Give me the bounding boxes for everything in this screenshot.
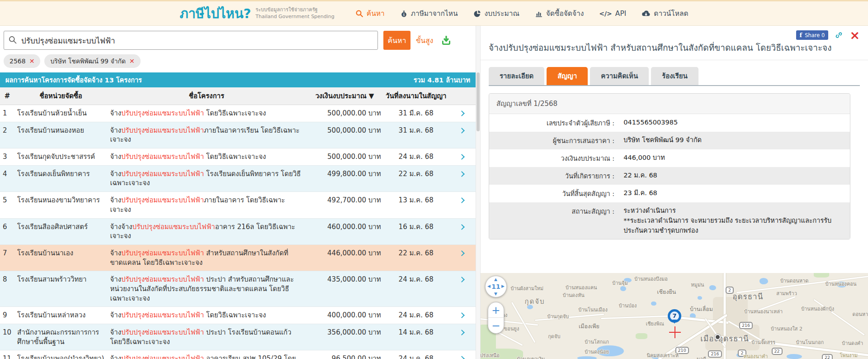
advanced-search-link[interactable]: ขั้นสูง [416,35,433,46]
row-number: 1 [0,105,14,122]
results-count-label: ผลการค้นหาโครงการจัดซื้อจัดจ้าง 13 โครงก… [5,75,142,85]
row-open-button[interactable] [448,307,476,324]
table-row[interactable]: 7 โรงเรียนบ้านนาเอง จ้างปรับปรุงซ่อมแซมร… [0,244,476,271]
chevron-right-icon [459,250,465,256]
row-number: 6 [0,218,14,244]
search-button[interactable]: ค้นหา [383,31,410,50]
location-map[interactable]: 221621021622222 บ้านหนองบึงมอบ้านจุ้มหมู… [481,273,868,359]
row-open-button[interactable] [448,324,476,350]
map-place-label: บ้านผังสามใหม่ [511,284,544,292]
map-green-area [636,333,647,339]
close-icon[interactable]: × [849,31,860,40]
contract-card: สัญญาเลขที่ 1/2568 เลขประจำตัวผู้เสียภาษ… [489,93,850,239]
zoom-in-button[interactable]: + [488,302,504,318]
zoom-out-button[interactable]: − [488,318,504,333]
tab-details[interactable]: รายละเอียด [489,67,544,85]
scrollbar-thumb[interactable] [476,72,480,131]
row-agency: โรงเรียนบ้านนาเอง [14,244,107,271]
row-open-button[interactable] [448,165,476,191]
nav-item-label: ภาษีมาจากไหน [411,8,458,19]
app: ภาษีไปไหน? ระบบข้อมูลการใช้จ่ายภาครัฐ Th… [0,0,868,359]
remove-filter-icon[interactable]: ✕ [29,57,35,65]
detail-title: จ้างปรับปรุงซ่อมแซมระบบไฟฟ้า สำหรับสถานศ… [481,40,868,60]
nav-item-download[interactable]: ดาวน์โหลด [642,8,688,19]
col-header-budget-sort[interactable]: วงเงินงบประมาณ ▼ [306,87,383,105]
facebook-share-button[interactable]: f Share 0 [796,30,829,40]
row-budget: 356,000.00 บาท [306,324,383,350]
table-row[interactable]: 3 โรงเรียนกุดจับประชาสรรค์ จ้างปรับปรุงซ… [0,148,476,166]
row-date: 24 ม.ค. 68 [384,307,448,324]
map-marker-7[interactable]: 7 [668,309,681,323]
nav-item-budget[interactable]: งบประมาณ [473,8,519,19]
contract-field-budget: วงเงินงบประมาณ : 446,000 บาท [489,149,850,167]
copy-link-icon[interactable] [835,31,843,39]
row-open-button[interactable] [448,271,476,307]
tab-complaints[interactable]: ร้องเรียน [651,67,698,85]
row-number: 8 [0,271,14,307]
row-budget: 499,800.00 บาท [306,165,383,191]
map-zoom-control: + − [488,302,504,334]
remove-filter-icon[interactable]: ✕ [129,57,135,65]
row-date: 22 ม.ค. 68 [384,165,448,191]
table-row[interactable]: 4 โรงเรียนดงเย็นพิทยาคาร จ้างปรับปรุงซ่อ… [0,165,476,191]
contract-status-value: ระหว่างดำเนินการ [623,206,844,216]
map-road [535,313,604,321]
row-open-button[interactable] [448,122,476,148]
row-project: จ้างปรับปรุงซ่อมแซมระบบไฟฟ้า โดยวิธีเฉพา… [107,307,306,324]
row-agency: โรงเรียนสีออศิลปศาสตร์ [14,218,107,244]
row-date: 13 ม.ค. 68 [384,192,448,218]
filter-chip-company[interactable]: บริษัท โชคพิพัฒน์ 99 จำกัด ✕ [44,54,140,68]
map-pan-control[interactable]: ▲ ▼ ◀ ▶ 11 [485,276,507,297]
row-open-button[interactable] [448,105,476,122]
row-open-button[interactable] [448,148,476,166]
map-zoom-level: 11 [486,283,506,290]
row-open-button[interactable] [448,244,476,271]
table-row[interactable]: 1 โรงเรียนบ้านห้วยน้ำเย็น จ้างปรับปรุงซ่… [0,105,476,122]
search-box [4,31,378,50]
pie-chart-icon [473,10,481,18]
search-input[interactable] [4,31,378,50]
row-open-button[interactable] [448,218,476,244]
map-place-label: บ้านหนองแคน [566,283,597,292]
map-place-label: นิคมสงเคราะห์ [646,351,679,359]
contract-field-winner: ผู้ชนะการเสนอราคา : บริษัท โชคพิพัฒน์ 99… [489,132,850,149]
nav-item-procurement[interactable]: จัดซื้อจัดจ้าง [535,8,584,19]
pan-up-icon[interactable]: ▲ [494,277,497,282]
tab-comments[interactable]: ความคิดเห็น [590,67,649,85]
table-row[interactable]: 6 โรงเรียนสีออศิลปศาสตร์ จ้างจ้างปรับปรุ… [0,218,476,244]
row-budget: 435,000.00 บาท [306,271,383,307]
col-header-date[interactable]: วันที่ลงนามในสัญญา [384,87,448,105]
pan-down-icon[interactable]: ▼ [494,292,497,296]
table-row[interactable]: 10 สำนักงานคณะกรรมการการศึกษาขั้นพื้นฐาน… [0,324,476,350]
row-budget: 96,500.00 บาท [306,350,383,359]
nav-item-label: ค้นหา [367,8,385,19]
table-row[interactable]: 8 โรงเรียนสามพร้าววิทยา จ้างปรับปรุงซ่อม… [0,271,476,307]
brand[interactable]: ภาษีไปไหน? ระบบข้อมูลการใช้จ่ายภาครัฐ Th… [179,3,334,24]
nav-item-search[interactable]: ค้นหา [355,8,385,19]
download-results-icon[interactable] [440,34,452,46]
row-budget: 492,700.00 บาท [306,192,383,218]
app-subtitle: ระบบข้อมูลการใช้จ่ายภาครัฐ Thailand Gove… [255,7,335,20]
map-place-label: บ้านเลื่อม [690,305,713,314]
app-logo[interactable]: ภาษีไปไหน? [179,3,251,24]
main-content: ค้นหา ขั้นสูง 2568 ✕ บริษัท โชคพิพัฒน์ 9… [0,26,868,359]
contract-field-status: สถานะสัญญา : ระหว่างดำเนินการ **ระยะเวลา… [489,202,850,239]
row-open-button[interactable] [448,350,476,359]
row-number: 7 [0,244,14,271]
row-project: จ้างปรับปรุงซ่อมแซมระบบไฟฟ้า โดยวิธีเฉพา… [107,105,306,122]
nav-item-tax-source[interactable]: $ ภาษีมาจากไหน [400,8,458,19]
chevron-right-icon [459,128,465,134]
row-agency: โรงเรียนบ้านห้วยน้ำเย็น [14,105,107,122]
results-table-wrap: # ชื่อหน่วยจัดซื้อ ชื่อโครงการ วงเงินงบป… [0,87,476,359]
row-open-button[interactable] [448,192,476,218]
table-row[interactable]: 2 โรงเรียนบ้านหนองหอย จ้างปรับปรุงซ่อมแซ… [0,122,476,148]
nav-item-api[interactable]: </> API [599,10,626,18]
chevron-right-icon [459,154,465,160]
table-row[interactable]: 5 โรงเรียนหนองขามวิทยาคาร จ้างปรับปรุงซ่… [0,192,476,218]
table-row[interactable]: 9 โรงเรียนบ้านเหล่าหลวง จ้างปรับปรุงซ่อม… [0,307,476,324]
filter-chip-year[interactable]: 2568 ✕ [4,54,40,68]
tab-contract[interactable]: สัญญา [547,67,588,85]
filter-chips: 2568 ✕ บริษัท โชคพิพัฒน์ 99 จำกัด ✕ [0,53,476,72]
table-row[interactable]: 11 โรงเรียนบ้านพอก(บำรุงวิทยา) จ้างปรับป… [0,350,476,359]
results-scrollbar[interactable] [476,26,481,359]
